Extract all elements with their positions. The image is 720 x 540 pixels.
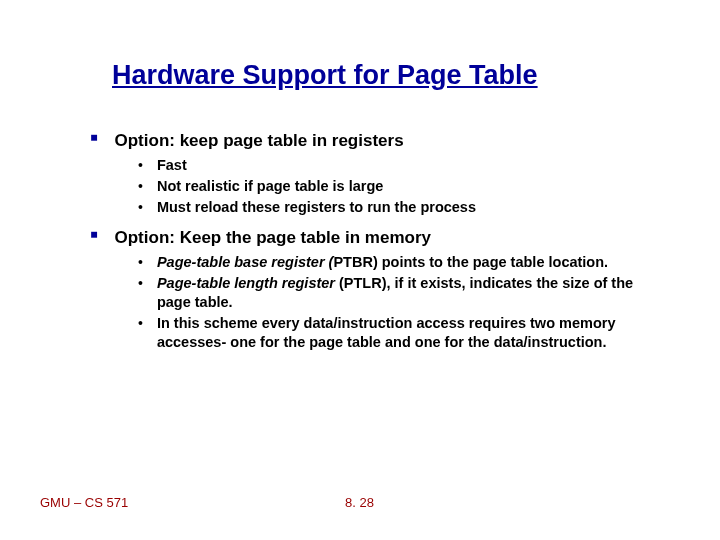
list-item: • Page-table base register (PTBR) points… [138, 253, 660, 272]
dot-bullet-icon: • [138, 177, 143, 195]
dot-bullet-icon: • [138, 198, 143, 216]
italic-term: Page-table length register [157, 275, 335, 291]
square-bullet-icon: ▪ [90, 128, 99, 146]
bullet-option-2: ▪ Option: Keep the page table in memory [90, 227, 660, 249]
list-item: • Fast [138, 156, 660, 175]
footer-page-number: 8. 28 [345, 495, 374, 510]
sub-text: Page-table base register (PTBR) points t… [157, 253, 660, 272]
sub-text: Page-table length register (PTLR), if it… [157, 274, 660, 312]
sub-remainder: PTBR) points to the page table location. [333, 254, 608, 270]
content-area: ▪ Option: keep page table in registers •… [90, 130, 660, 362]
sub-text: In this scheme every data/instruction ac… [157, 314, 660, 352]
option-1-sublist: • Fast • Not realistic if page table is … [138, 156, 660, 217]
list-item: • In this scheme every data/instruction … [138, 314, 660, 352]
sub-text: Must reload these registers to run the p… [157, 198, 660, 217]
dot-bullet-icon: • [138, 314, 143, 332]
list-item: • Not realistic if page table is large [138, 177, 660, 196]
dot-bullet-icon: • [138, 253, 143, 271]
list-item: • Must reload these registers to run the… [138, 198, 660, 217]
slide-title: Hardware Support for Page Table [112, 60, 538, 91]
italic-term: Page-table base register ( [157, 254, 334, 270]
sub-text: Fast [157, 156, 660, 175]
option-2-heading: Option: Keep the page table in memory [115, 227, 431, 249]
dot-bullet-icon: • [138, 274, 143, 292]
option-2-sublist: • Page-table base register (PTBR) points… [138, 253, 660, 352]
sub-text: Not realistic if page table is large [157, 177, 660, 196]
square-bullet-icon: ▪ [90, 225, 99, 243]
option-1-heading: Option: keep page table in registers [115, 130, 404, 152]
bullet-option-1: ▪ Option: keep page table in registers [90, 130, 660, 152]
footer-course: GMU – CS 571 [40, 495, 128, 510]
list-item: • Page-table length register (PTLR), if … [138, 274, 660, 312]
dot-bullet-icon: • [138, 156, 143, 174]
